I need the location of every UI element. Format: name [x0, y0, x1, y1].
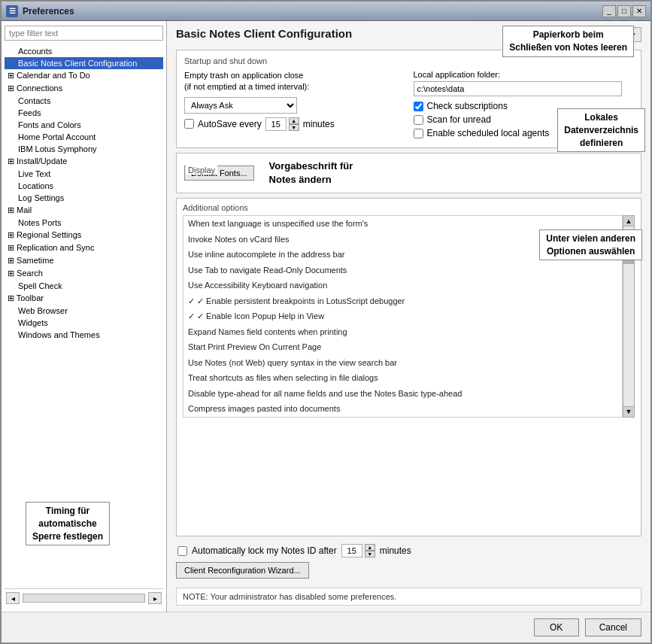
scan-unread-checkbox[interactable] — [414, 115, 423, 125]
autosave-spinner-btns: ▲ ▼ — [289, 117, 299, 131]
check-subscriptions-label: Check subscriptions — [427, 101, 508, 111]
autosave-value[interactable] — [265, 117, 287, 131]
titlebar-buttons: _ □ ✕ — [602, 5, 646, 17]
callout-lokales: Lokales Datenverzeichnis definieren — [557, 108, 645, 152]
tree-item-20[interactable]: ⊞ Toolbar — [5, 292, 163, 305]
display-section: Display Default Fonts... Vorgabeschrift … — [176, 153, 641, 193]
additional-section: Additional options When text language is… — [176, 198, 641, 536]
display-callout-label: Vorgabeschrift fürNotes ändern — [269, 159, 353, 187]
reconfigure-row: Client Reconfiguration Wizard... — [176, 562, 641, 583]
lock-label: Automatically lock my Notes ID after — [192, 545, 337, 556]
tree-item-21[interactable]: Web Browser — [5, 305, 163, 317]
startup-left: Empty trash on application close(if not … — [184, 70, 405, 141]
autosave-unit: minutes — [303, 119, 335, 129]
autosave-row: AutoSave every ▲ ▼ minutes — [184, 117, 405, 131]
lock-spinner-up[interactable]: ▲ — [365, 544, 375, 551]
tree-item-11[interactable]: Locations — [5, 180, 163, 192]
always-ask-dropdown[interactable]: Always Ask Always Never — [184, 97, 297, 114]
check-subscriptions-checkbox[interactable] — [414, 102, 423, 111]
tree-item-8[interactable]: IBM Lotus Symphony — [5, 143, 163, 155]
tree-item-17[interactable]: ⊞ Sametime — [5, 254, 163, 267]
tree-item-6[interactable]: Fonts and Colors — [5, 119, 163, 131]
footer-bar: OK Cancel — [2, 612, 650, 642]
empty-trash-label: Empty trash on application close(if not … — [184, 70, 405, 93]
option-item-12[interactable]: Compress images pasted into documents — [183, 401, 622, 417]
lock-spinner-btns: ▲ ▼ — [365, 544, 375, 557]
tree-item-13[interactable]: ⊞ Mail — [5, 204, 163, 217]
left-bottom-bar: ◂ ▸ — [5, 588, 163, 607]
forward-btn[interactable]: ▸ — [148, 592, 162, 604]
cancel-button[interactable]: Cancel — [585, 618, 641, 636]
scroll-up-btn[interactable]: ▲ — [623, 216, 634, 226]
tree-item-0[interactable]: Accounts — [5, 45, 163, 57]
page-title: Basic Notes Client Configuration — [176, 27, 352, 40]
tree-item-7[interactable]: Home Portal Account — [5, 131, 163, 143]
tree-item-1[interactable]: Basic Notes Client Configuration — [5, 57, 163, 69]
option-item-9[interactable]: Use Notes (not Web) query syntax in the … — [183, 355, 622, 371]
option-item-7[interactable]: Expand Names field contents when printin… — [183, 324, 622, 340]
autosave-checkbox[interactable] — [184, 119, 194, 129]
maximize-button[interactable]: □ — [617, 5, 631, 17]
option-item-5[interactable]: ✓ Enable persistent breakpoints in Lotus… — [183, 293, 622, 309]
display-legend: Display — [186, 166, 217, 175]
tree-item-5[interactable]: Feeds — [5, 107, 163, 119]
option-item-8[interactable]: Start Print Preview On Current Page — [183, 339, 622, 355]
lock-spinner-down[interactable]: ▼ — [365, 551, 375, 557]
tree-item-3[interactable]: ⊞ Connections — [5, 82, 163, 95]
tree-item-4[interactable]: Contacts — [5, 95, 163, 107]
option-item-11[interactable]: Disable type-ahead for all name fields a… — [183, 386, 622, 402]
lock-unit: minutes — [380, 545, 411, 556]
tree-item-12[interactable]: Log Settings — [5, 192, 163, 204]
horizontal-scrollbar[interactable] — [23, 594, 145, 603]
scroll-down-btn[interactable]: ▼ — [623, 406, 634, 417]
callout-papierkorb: Papierkorb beim Schließen von Notes leer… — [502, 26, 634, 57]
dropdown-row: Always Ask Always Never — [184, 97, 405, 114]
tree-item-2[interactable]: ⊞ Calendar and To Do — [5, 69, 163, 82]
window-title: Preferences — [23, 6, 602, 17]
local-app-input[interactable] — [414, 81, 623, 96]
main-content: AccountsBasic Notes Client Configuration… — [2, 21, 650, 612]
app-icon: ☰ — [6, 5, 18, 17]
tree-item-14[interactable]: Notes Ports — [5, 217, 163, 229]
reconfigure-button[interactable]: Client Reconfiguration Wizard... — [176, 562, 309, 579]
option-item-10[interactable]: Treat shortcuts as files when selecting … — [183, 370, 622, 386]
enable-scheduled-label: Enable scheduled local agents — [427, 128, 550, 138]
tree-item-22[interactable]: Widgets — [5, 317, 163, 329]
tree-item-16[interactable]: ⊞ Replication and Sync — [5, 242, 163, 254]
lock-spinner: ▲ ▼ — [341, 544, 375, 557]
back-btn[interactable]: ◂ — [6, 592, 20, 604]
scan-unread-label: Scan for unread — [427, 114, 491, 125]
option-item-4[interactable]: Use Accessibility Keyboard navigation — [183, 278, 622, 293]
right-panel: Basic Notes Client Configuration ← → ▾ P… — [167, 21, 650, 612]
tree-item-19[interactable]: Spell Check — [5, 280, 163, 292]
lock-value[interactable] — [341, 544, 362, 557]
tree-item-15[interactable]: ⊞ Regional Settings — [5, 229, 163, 242]
startup-legend: Startup and shut down — [184, 56, 633, 65]
spinner-down[interactable]: ▼ — [289, 124, 299, 131]
local-app-label: Local application folder: — [414, 70, 634, 79]
tree-item-9[interactable]: ⊞ Install/Update — [5, 155, 163, 168]
option-item-6[interactable]: ✓ Enable Icon Popup Help in View — [183, 308, 622, 324]
lock-checkbox[interactable] — [177, 546, 187, 556]
note-bar: NOTE: Your administrator has disabled so… — [176, 588, 641, 606]
tree-item-18[interactable]: ⊞ Search — [5, 267, 163, 280]
lock-row: Automatically lock my Notes ID after ▲ ▼… — [176, 544, 641, 557]
close-button[interactable]: ✕ — [632, 5, 646, 17]
tree-item-10[interactable]: Live Text — [5, 168, 163, 180]
additional-legend: Additional options — [183, 203, 635, 212]
titlebar: ☰ Preferences _ □ ✕ — [2, 2, 650, 21]
spinner-up[interactable]: ▲ — [289, 117, 299, 124]
callout-timing: Timing fürautomatischeSperre festlegen — [26, 502, 110, 545]
preferences-window: ☰ Preferences _ □ ✕ AccountsBasic Notes … — [0, 0, 652, 644]
callout-options: Unter vielen anderenOptionen auswählen — [539, 229, 642, 261]
filter-input[interactable] — [5, 26, 163, 41]
enable-scheduled-checkbox[interactable] — [414, 129, 423, 138]
autosave-label: AutoSave every — [198, 119, 262, 129]
option-item-3[interactable]: Use Tab to navigate Read-Only Documents — [183, 263, 622, 278]
minimize-button[interactable]: _ — [602, 5, 616, 17]
autosave-spinner: ▲ ▼ — [265, 117, 299, 131]
ok-button[interactable]: OK — [534, 618, 579, 636]
tree-item-23[interactable]: Windows and Themes — [5, 329, 163, 341]
